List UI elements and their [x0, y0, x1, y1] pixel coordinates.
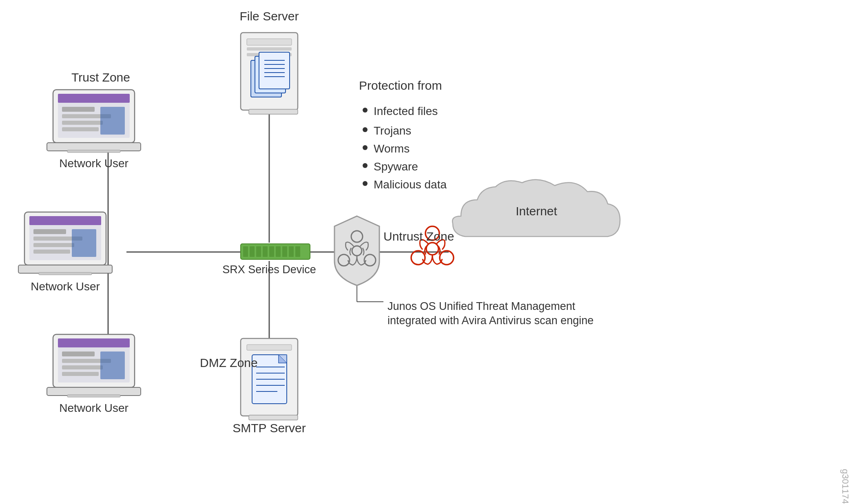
watermark: g301174	[840, 469, 850, 504]
internet-label: Internet	[516, 204, 557, 218]
svg-point-84	[363, 145, 368, 150]
smtp-server-label: SMTP Server	[233, 421, 306, 435]
svg-rect-42	[247, 345, 292, 350]
svg-rect-25	[250, 246, 255, 257]
srx-label: SRX Series Device	[222, 263, 316, 276]
svg-rect-60	[47, 143, 141, 151]
protection-item-1: Infected files	[374, 105, 438, 117]
protection-item-4: Spyware	[374, 160, 418, 173]
trust-zone-label: Trust Zone	[71, 71, 130, 84]
protection-item-2: Trojans	[374, 124, 411, 137]
protection-item-3: Worms	[374, 142, 410, 155]
svg-rect-51	[249, 415, 298, 420]
svg-rect-27	[263, 246, 268, 257]
svg-rect-24	[243, 246, 248, 257]
svg-rect-78	[62, 372, 99, 376]
svg-rect-74	[58, 338, 130, 347]
svg-rect-71	[39, 272, 92, 275]
svg-rect-22	[249, 109, 298, 114]
untrust-zone-label: Untrust Zone	[383, 230, 454, 243]
network-user-top-label: Network User	[59, 157, 128, 170]
svg-point-40	[440, 251, 454, 265]
svg-rect-81	[67, 395, 120, 397]
svg-rect-54	[58, 94, 130, 103]
protection-item-5: Malicious data	[374, 178, 447, 191]
svg-rect-11	[247, 39, 292, 45]
svg-rect-57	[62, 121, 103, 125]
svg-point-82	[363, 108, 368, 113]
svg-rect-55	[62, 107, 95, 112]
svg-rect-67	[33, 243, 74, 247]
svg-rect-28	[269, 246, 274, 257]
svg-rect-30	[282, 246, 287, 257]
svg-rect-61	[67, 150, 120, 153]
svg-rect-59	[100, 107, 125, 135]
svg-point-85	[363, 163, 368, 168]
svg-rect-70	[18, 265, 112, 273]
svg-rect-79	[100, 351, 125, 379]
svg-rect-69	[72, 229, 96, 257]
network-user-mid-label: Network User	[31, 280, 100, 293]
svg-rect-58	[62, 127, 99, 131]
svg-rect-26	[256, 246, 261, 257]
svg-rect-32	[295, 246, 300, 257]
svg-rect-80	[47, 387, 141, 396]
network-user-bot-label: Network User	[59, 402, 128, 414]
svg-rect-77	[62, 365, 103, 369]
svg-point-37	[426, 243, 438, 255]
utm-label-line1: Junos OS Unified Threat Management	[388, 300, 576, 312]
svg-rect-12	[247, 47, 292, 51]
svg-point-86	[363, 181, 368, 186]
svg-rect-75	[62, 351, 95, 356]
svg-point-39	[411, 251, 425, 265]
diagram-container: File Server SRX Series Device	[0, 0, 857, 504]
svg-rect-65	[33, 229, 66, 234]
protection-heading: Protection from	[359, 79, 442, 92]
svg-rect-68	[33, 250, 70, 254]
dmz-zone-label: DMZ Zone	[200, 356, 258, 369]
svg-rect-29	[276, 246, 281, 257]
svg-point-83	[363, 127, 368, 132]
svg-rect-16	[259, 52, 290, 89]
svg-rect-31	[289, 246, 294, 257]
utm-label-line2: integrated with Avira Antivirus scan eng…	[388, 314, 593, 327]
svg-rect-64	[29, 216, 101, 225]
file-server-label: File Server	[239, 9, 299, 23]
